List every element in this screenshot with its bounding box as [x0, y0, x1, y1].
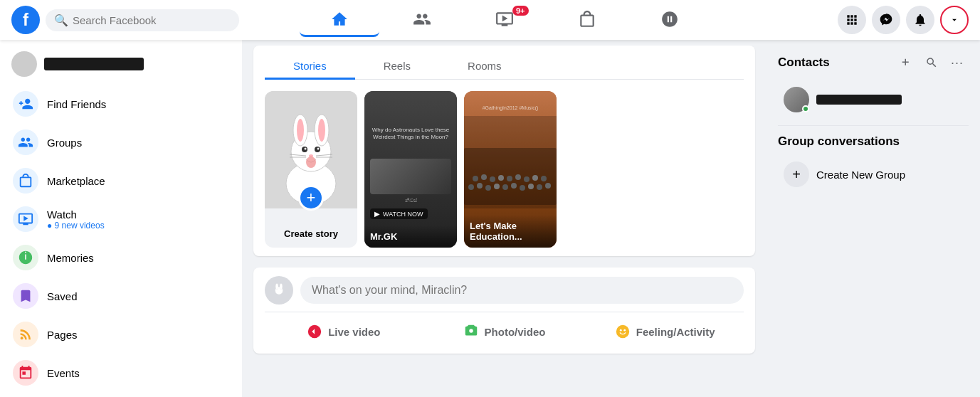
sidebar-item-marketplace[interactable]: Marketplace: [6, 162, 236, 199]
pages-icon: [13, 322, 38, 347]
create-new-group-btn[interactable]: + Create New Group: [778, 157, 969, 191]
story-overlay-education: Let's Make Education...: [464, 215, 557, 248]
main-layout: Find Friends Groups Marketplace Watch ● …: [0, 0, 980, 397]
topnav: f 🔍 9+: [0, 0, 980, 40]
nav-watch[interactable]: 9+: [465, 3, 544, 37]
sidebar-item-memories[interactable]: Memories: [6, 239, 236, 276]
svg-point-42: [469, 329, 473, 333]
svg-point-22: [502, 184, 508, 190]
post-input[interactable]: [300, 277, 744, 304]
tab-reels[interactable]: Reels: [355, 54, 439, 80]
svg-point-18: [468, 184, 474, 190]
story-mrgk-bg: Why do Astronauts Love these Weirdest Th…: [364, 91, 457, 248]
stories-row: + Create story GK Why do Astronauts Love…: [265, 91, 744, 248]
dropdown-icon-btn[interactable]: [940, 6, 969, 34]
post-actions: Live video Photo/video Feeling/Activity: [265, 312, 744, 345]
contacts-header: Contacts ···: [778, 51, 969, 74]
nav-home[interactable]: [300, 3, 379, 37]
watch-icon: [13, 206, 38, 232]
topnav-center: 9+: [239, 3, 769, 37]
feeling-label: Feeling/Activity: [636, 326, 715, 338]
tab-stories[interactable]: Stories: [265, 54, 355, 80]
watch-sub: ● 9 new videos: [47, 221, 105, 231]
svg-point-27: [545, 183, 551, 189]
story-mrgk[interactable]: GK Why do Astronauts Love these Weirdest…: [364, 91, 457, 248]
sidebar-item-find-friends[interactable]: Find Friends: [6, 85, 236, 122]
contacts-divider: [778, 125, 969, 126]
story-education[interactable]: LMES #GathingIn2012 #Music(): [464, 91, 557, 248]
svg-point-44: [620, 329, 622, 332]
bell-icon-btn[interactable]: [906, 6, 934, 34]
search-input[interactable]: [73, 14, 231, 26]
search-bar[interactable]: 🔍: [46, 9, 239, 31]
online-indicator: [802, 105, 809, 112]
feeling-btn[interactable]: Feeling/Activity: [586, 318, 744, 345]
sidebar-item-pages[interactable]: Pages: [6, 316, 236, 353]
nav-friends[interactable]: [382, 3, 462, 37]
svg-point-45: [623, 329, 626, 332]
svg-point-30: [490, 176, 495, 182]
svg-point-9: [305, 148, 307, 150]
photo-video-label: Photo/video: [485, 326, 546, 338]
sidebar-item-groups[interactable]: Groups: [6, 124, 236, 161]
sidebar-item-watch[interactable]: Watch ● 9 new videos: [6, 201, 236, 238]
sidebar-user[interactable]: [6, 46, 236, 83]
svg-point-34: [524, 176, 529, 182]
saved-icon: [13, 283, 38, 309]
story-name-education: Let's Make Education...: [470, 221, 551, 242]
search-icon: 🔍: [54, 14, 68, 27]
watch-now-badge: ▶ WATCH NOW: [370, 208, 428, 219]
tabs: Stories Reels Rooms: [265, 54, 744, 80]
svg-rect-17: [464, 116, 557, 208]
nav-marketplace[interactable]: [547, 3, 627, 37]
svg-point-10: [317, 148, 320, 150]
svg-point-28: [473, 176, 478, 181]
svg-point-20: [485, 185, 491, 191]
contacts-more-btn[interactable]: ···: [946, 51, 969, 74]
facebook-logo[interactable]: f: [11, 6, 40, 34]
svg-point-24: [520, 185, 525, 191]
live-video-btn[interactable]: Live video: [265, 318, 423, 345]
messenger-icon-btn[interactable]: [872, 6, 900, 34]
sidebar-item-saved[interactable]: Saved: [6, 277, 236, 314]
new-conversation-btn[interactable]: [895, 51, 917, 74]
find-friends-label: Find Friends: [47, 98, 106, 110]
svg-point-39: [280, 283, 283, 290]
topnav-left: f 🔍: [11, 6, 239, 34]
svg-point-32: [507, 176, 512, 181]
center-content: Stories Reels Rooms: [242, 40, 766, 397]
memories-label: Memories: [47, 252, 94, 264]
svg-point-23: [511, 183, 517, 189]
search-contacts-btn[interactable]: [920, 51, 943, 74]
photo-video-btn[interactable]: Photo/video: [426, 318, 584, 345]
events-icon: [13, 360, 38, 386]
marketplace-icon: [13, 168, 38, 194]
watch-badge: 9+: [512, 6, 529, 16]
svg-point-12: [306, 157, 316, 168]
create-story-card[interactable]: + Create story: [265, 91, 357, 248]
svg-point-31: [498, 175, 504, 181]
svg-point-36: [541, 176, 547, 181]
group-conversations-title: Group conversations: [778, 134, 969, 149]
contact-item[interactable]: [778, 83, 969, 117]
svg-point-29: [481, 174, 487, 180]
svg-point-35: [532, 175, 538, 181]
story-name-mrgk: Mr.GK: [370, 231, 451, 242]
stories-card: Stories Reels Rooms: [253, 46, 755, 256]
tab-rooms[interactable]: Rooms: [439, 54, 530, 80]
nav-groups[interactable]: [630, 3, 710, 37]
create-group-icon: +: [784, 162, 809, 187]
marketplace-label: Marketplace: [47, 175, 105, 187]
story-overlay-mrgk: Mr.GK: [364, 226, 457, 248]
create-group-label: Create New Group: [816, 169, 905, 181]
post-box-top: [265, 276, 744, 305]
find-friends-icon: [13, 91, 38, 117]
svg-point-5: [297, 119, 304, 142]
grid-icon-btn[interactable]: [838, 6, 866, 34]
user-avatar: [11, 51, 37, 77]
contacts-title: Contacts: [778, 55, 830, 70]
events-label: Events: [47, 367, 80, 379]
post-box: Live video Photo/video Feeling/Activity: [253, 268, 755, 354]
svg-point-19: [477, 183, 483, 189]
sidebar-item-events[interactable]: Events: [6, 354, 236, 391]
